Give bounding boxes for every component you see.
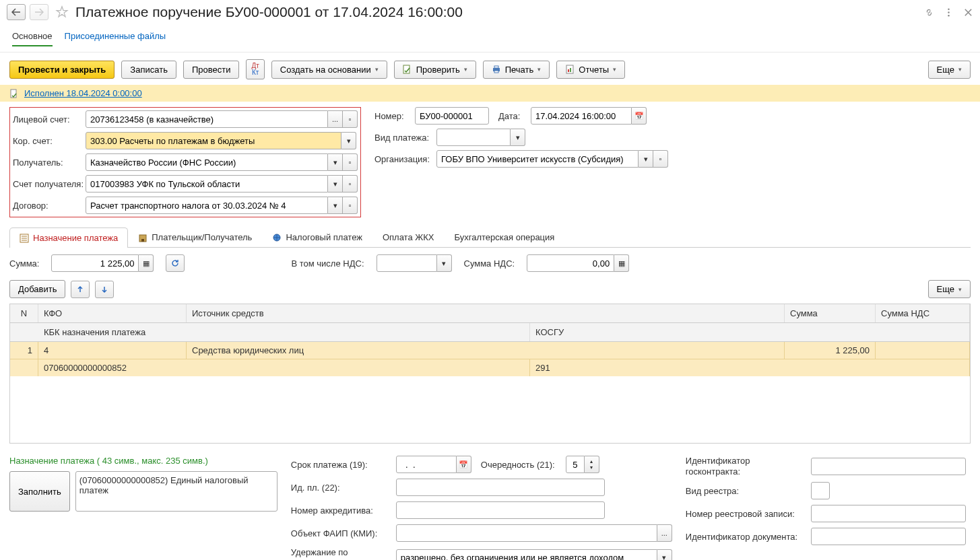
- globe-icon: [272, 233, 282, 242]
- move-up-button[interactable]: [71, 281, 90, 298]
- table-row[interactable]: 07060000000000852 291: [10, 359, 970, 376]
- chevron-down-icon[interactable]: ▾: [328, 153, 343, 171]
- desc-label: Назначение платежа ( 43 симв., макс. 235…: [9, 456, 277, 466]
- gosid-input[interactable]: [811, 458, 966, 475]
- arrow-left-icon: [11, 8, 21, 16]
- col-kosgu: КОСГУ: [530, 323, 970, 341]
- org-input[interactable]: [436, 150, 639, 168]
- close-icon[interactable]: [963, 7, 973, 18]
- status-doc-icon: [9, 89, 19, 98]
- nds-rate-select[interactable]: [377, 254, 437, 272]
- cell-src: Средства юридических лиц: [187, 342, 785, 359]
- link-icon[interactable]: [924, 7, 934, 18]
- chevron-down-icon[interactable]: ▾: [328, 197, 343, 214]
- subnav-main[interactable]: Основное: [12, 27, 53, 46]
- svg-point-1: [948, 11, 949, 13]
- contract-label: Договор:: [13, 201, 86, 211]
- payment-purpose-text[interactable]: (07060000000000852) Единый налоговый пла…: [75, 471, 277, 512]
- sum-input[interactable]: [51, 254, 139, 272]
- cell-nds-sum: [876, 342, 970, 359]
- fill-button[interactable]: Заполнить: [9, 471, 70, 512]
- refresh-left-icon: [170, 258, 180, 268]
- nds-sum-input[interactable]: [527, 254, 614, 272]
- open-icon[interactable]: ▫: [343, 175, 358, 193]
- term-input[interactable]: [396, 456, 457, 473]
- account-input[interactable]: [86, 110, 328, 128]
- dt-kt-button[interactable]: ДтКт: [246, 59, 264, 79]
- faip-input[interactable]: [396, 524, 657, 542]
- post-and-close-button[interactable]: Провести и закрыть: [9, 61, 115, 79]
- nav-back-button[interactable]: [7, 4, 26, 20]
- tab-payment-purpose[interactable]: Назначение платежа: [9, 228, 128, 248]
- order-input[interactable]: [566, 456, 585, 473]
- tab-tax-payment[interactable]: Налоговый платеж: [262, 227, 372, 247]
- check-button[interactable]: Проверить▾: [394, 61, 476, 79]
- chevron-down-icon[interactable]: ▾: [341, 132, 356, 149]
- list-icon: [20, 234, 29, 243]
- tab-jkh-payment[interactable]: Оплата ЖКХ: [372, 227, 445, 247]
- subnav-attached-files[interactable]: Присоединенные файлы: [65, 27, 166, 46]
- open-icon[interactable]: ▫: [343, 153, 358, 171]
- payee-label: Получатель:: [13, 158, 86, 168]
- stepper-icon[interactable]: ▴▾: [585, 456, 599, 473]
- contract-input[interactable]: [86, 197, 328, 214]
- date-label: Дата:: [498, 111, 531, 121]
- move-down-button[interactable]: [95, 281, 114, 298]
- cor-input[interactable]: [86, 132, 341, 149]
- cell-sum: 1 225,00: [785, 342, 876, 359]
- kebab-menu-icon[interactable]: [944, 7, 954, 18]
- hold-select[interactable]: [396, 549, 657, 560]
- table-row[interactable]: 1 4 Средства юридических лиц 1 225,00: [10, 342, 970, 359]
- status-link[interactable]: Исполнен 18.04.2024 0:00:00: [24, 88, 142, 98]
- chevron-down-icon[interactable]: ▾: [639, 150, 653, 168]
- payee-input[interactable]: [86, 153, 328, 171]
- docid-input[interactable]: [811, 528, 966, 545]
- regtype-input[interactable]: [811, 482, 830, 499]
- chevron-down-icon[interactable]: ▾: [437, 254, 452, 272]
- calc-icon[interactable]: ▦: [139, 254, 154, 272]
- incl-nds-label: В том числе НДС:: [291, 258, 364, 269]
- calc-icon[interactable]: ▦: [614, 254, 629, 272]
- open-icon[interactable]: ▫: [653, 150, 668, 168]
- select-icon[interactable]: ...: [657, 524, 672, 542]
- favorite-star-icon[interactable]: [55, 5, 69, 19]
- calendar-icon[interactable]: 📅: [457, 456, 471, 473]
- arrow-down-icon: [100, 285, 108, 293]
- more-button-top[interactable]: Еще▾: [928, 61, 971, 79]
- regnum-label: Номер реестровой записи:: [686, 509, 807, 519]
- paytype-input[interactable]: [436, 129, 511, 146]
- svg-rect-5: [494, 66, 498, 68]
- open-icon[interactable]: ▫: [343, 197, 358, 214]
- number-input[interactable]: [415, 107, 489, 125]
- payee-acc-input[interactable]: [86, 175, 328, 193]
- cor-label: Кор. счет:: [13, 136, 86, 146]
- tab-accounting-op[interactable]: Бухгалтерская операция: [445, 227, 565, 247]
- post-button[interactable]: Провести: [183, 61, 240, 79]
- more-button-grid[interactable]: Еще▾: [928, 280, 971, 298]
- cell-kfo: 4: [38, 342, 187, 359]
- idpl-label: Ид. пл. (22):: [291, 483, 392, 493]
- save-button[interactable]: Записать: [121, 61, 176, 79]
- add-row-button[interactable]: Добавить: [9, 280, 65, 298]
- svg-rect-9: [570, 68, 571, 72]
- col-n: N: [10, 304, 38, 322]
- refresh-sum-button[interactable]: [166, 254, 185, 272]
- open-icon[interactable]: ▫: [343, 110, 358, 128]
- reports-button[interactable]: Отчеты▾: [556, 61, 625, 79]
- regnum-input[interactable]: [811, 505, 966, 522]
- accred-input[interactable]: [396, 501, 605, 519]
- svg-point-2: [948, 14, 949, 15]
- idpl-input[interactable]: [396, 479, 605, 496]
- chevron-down-icon[interactable]: ▾: [657, 549, 672, 560]
- chevron-down-icon[interactable]: ▾: [511, 129, 525, 146]
- hold-label: Удержание по исполнительному листу:: [291, 547, 392, 560]
- calendar-icon[interactable]: 📅: [632, 107, 647, 125]
- date-input[interactable]: [531, 107, 632, 125]
- nav-forward-button[interactable]: [30, 4, 48, 20]
- select-icon[interactable]: ...: [328, 110, 343, 128]
- print-button[interactable]: Печать▾: [483, 61, 550, 79]
- chevron-down-icon[interactable]: ▾: [328, 175, 343, 193]
- tab-payer-payee[interactable]: Плательщик/Получатель: [128, 227, 262, 247]
- order-label: Очередность (21):: [481, 460, 562, 470]
- create-based-button[interactable]: Создать на основании▾: [271, 61, 387, 79]
